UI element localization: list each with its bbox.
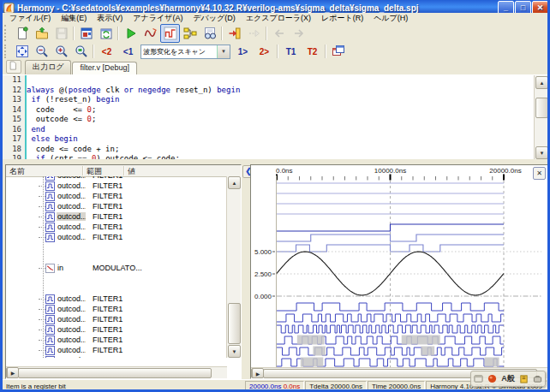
editor-scroll-thumb[interactable] [535,98,547,118]
column-divider[interactable] [123,166,125,175]
zoom-fit-button[interactable] [12,42,32,61]
run-simulation-button[interactable] [121,24,140,43]
menu-item-6[interactable]: レポート(R) [316,13,368,24]
reload-design-button[interactable] [96,24,116,43]
signal-list-header[interactable]: 名前 範囲 値 [6,165,241,177]
signal-name[interactable]: outcod... [57,346,86,354]
menu-item-2[interactable]: 表示(V) [92,13,128,24]
code-area[interactable]: always @(posedge clk or negedge reset_n)… [27,75,534,160]
menu-item-3[interactable]: アナライザ(A) [128,13,188,24]
menu-item-5[interactable]: エクスプローラ(X) [241,13,316,24]
signal-row[interactable]: outcod...FILTER1 [6,324,225,335]
list-hscroll-thumb[interactable] [18,368,212,378]
marker-t1-button[interactable]: T1 [280,42,302,61]
signal-row[interactable]: outcod...FILTER1 [6,314,225,324]
column-divider[interactable] [82,166,84,175]
signal-row[interactable]: outcod...FILTER1 [6,294,225,304]
signal-row[interactable]: outcod...FILTER1 [6,345,225,355]
goto-source-button[interactable] [224,24,244,43]
ime-dictionary-icon[interactable] [519,374,529,383]
list-scroll-thumb[interactable] [228,303,241,344]
signal-row[interactable]: outcod...FILTER1 [6,211,225,222]
ime-mode-label[interactable]: A般 [501,373,515,384]
scan-right-2-button[interactable]: 2> [254,42,275,61]
signal-name[interactable]: outcod... [57,233,86,241]
zoom-area-button[interactable] [71,42,91,61]
signal-range: FILTER1 [93,336,123,344]
waveform-close-icon[interactable]: ✕ [533,167,546,180]
waveform-plot[interactable]: 0.0ns10000.0ns20000.0ns5.0002.5000.000 [251,165,548,369]
signal-row[interactable]: outcod...FILTER1 [6,232,225,242]
new-project-button[interactable] [12,24,32,43]
zoom-in-button[interactable] [51,42,71,61]
signal-name[interactable]: outcod... [57,202,86,211]
signal-row[interactable]: outcod...FILTER1 [6,191,225,201]
ime-tools-icon[interactable] [533,374,542,383]
scroll-right-icon[interactable]: ▶ [252,368,264,378]
scan-left-1-button[interactable]: <1 [117,42,139,61]
scroll-up-icon[interactable]: ▲ [535,76,547,89]
signal-name[interactable]: outcod... [57,315,86,324]
scroll-up-icon[interactable]: ▲ [228,176,241,189]
waveform-viewer-button[interactable] [160,24,180,43]
signal-row[interactable]: outcod...FILTER1 [6,222,225,232]
signal-name[interactable]: outcod... [57,325,86,334]
menu-item-4[interactable]: デバッグ(D) [188,13,240,24]
list-hscrollbar[interactable]: ◀ ▶ [6,366,227,378]
waveform-panel[interactable]: 0.0ns10000.0ns20000.0ns5.0002.5000.000 ✕… [250,164,549,379]
scan-right-1-button[interactable]: 1> [232,42,254,61]
open-project-button[interactable] [32,24,51,43]
signal-rows[interactable]: outcod...FILTER1outcod...FILTER1outcod..… [6,176,225,358]
signal-name[interactable]: outcod... [57,192,86,200]
signal-row[interactable]: outcod...FILTER1 [6,355,225,358]
signal-row[interactable]: inMODULATO... [6,263,225,273]
cascade-windows-button[interactable] [328,42,348,61]
menu-item-7[interactable]: ヘルプ(H) [368,13,413,24]
code-line: outcode <= 0; [27,115,534,125]
ime-window-icon[interactable] [474,374,483,383]
signal-name[interactable]: outcod... [57,294,86,303]
signal-name[interactable]: outcod... [57,356,86,358]
scroll-down-icon[interactable]: ▼ [228,345,241,358]
run-play-icon [124,27,138,40]
signal-row[interactable]: outcod...FILTER1 [6,201,225,211]
zoom-out-button[interactable] [32,42,51,61]
netlist-inspect-button[interactable] [200,24,219,43]
editor-vscrollbar[interactable]: ▲ ▼ [534,75,547,160]
signal-row[interactable]: outcod...FILTER1 [6,304,225,314]
waveform-svg[interactable]: 0.0ns10000.0ns20000.0ns5.0002.5000.000 [251,165,548,369]
signal-name[interactable]: outcod... [57,181,86,190]
editor-view-button[interactable] [76,24,96,43]
list-vscrollbar[interactable]: ▲ ▼ [226,176,241,358]
signal-name[interactable]: in [57,264,86,272]
signal-name[interactable]: outcod... [57,212,86,221]
signal-row[interactable]: outcod...FILTER1 [6,335,225,345]
tab-filter-v[interactable]: filter.v [Debug] [72,62,137,74]
signal-range: FILTER1 [93,176,123,180]
scan-left-2-button[interactable]: <2 [96,42,117,61]
ime-orb-icon[interactable] [487,374,497,383]
tree-stub [39,196,45,197]
chevron-down-icon[interactable]: ▼ [217,45,230,58]
signal-name[interactable]: outcod... [57,176,86,180]
signal-row[interactable]: outcod...FILTER1 [6,181,225,191]
cascade-windows-icon [332,45,345,58]
menu-item-1[interactable]: 編集(E) [56,13,92,24]
schematic-viewer-button[interactable] [180,24,200,43]
ime-language-bar[interactable]: A般 [470,371,546,387]
code-editor[interactable]: 111213141516171819 always @(posedge clk … [3,74,547,160]
marker-t2-button[interactable]: T2 [302,42,323,61]
toolbar-grip[interactable] [4,25,10,40]
signal-name[interactable]: outcod... [57,305,86,313]
tab-output-log[interactable]: 出力ログ [25,60,71,74]
menu-item-0[interactable]: ファイル(F) [4,13,56,24]
vertical-splitter[interactable] [242,164,250,379]
scroll-down-icon[interactable]: ▼ [535,146,547,159]
new-document-tab-button[interactable] [6,60,21,74]
signal-name[interactable]: outcod... [57,336,86,344]
scan-mode-select[interactable]: 波形変化をスキャン▼ [140,45,230,59]
toolbar-grip[interactable] [4,45,10,58]
signal-name[interactable]: outcod... [57,223,86,231]
analog-analysis-button[interactable] [140,24,160,43]
scroll-right-icon[interactable]: ▶ [7,367,19,378]
